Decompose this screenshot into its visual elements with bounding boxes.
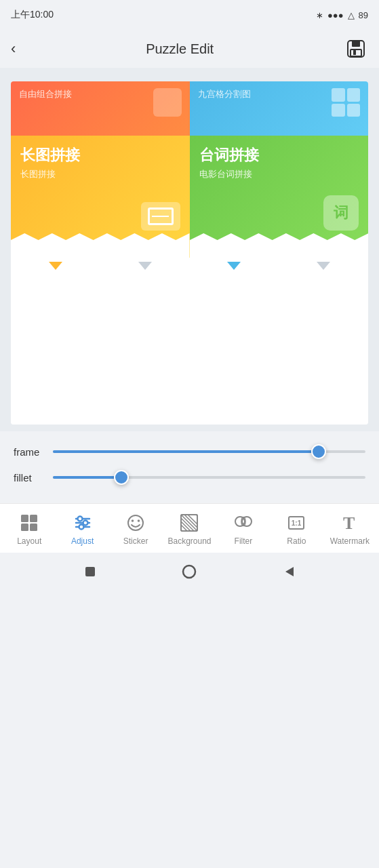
toolbar-item-sticker[interactable]: Sticker [115,512,157,547]
puzzle-row-bottom: 长图拼接 长图拼接 台词拼接 电影台词拼接 [11,136,368,258]
arrow-cell-4 [279,262,368,270]
frame-track-fill [53,450,319,453]
toolbar-item-background[interactable]: Background [167,512,211,547]
card-green-icon: 词 [323,195,359,231]
puzzle-row-top: 自由组合拼接 九宫格分割图 [11,81,368,136]
background-label: Background [167,536,211,547]
svg-marker-5 [190,233,369,258]
arrow-blue [227,262,241,270]
status-time: 上午10:00 [11,9,54,21]
card-yellow-sub-label: 长图拼接 [11,168,190,180]
orange-icon [153,88,182,117]
card-top-left[interactable]: 自由组合拼接 [11,81,190,136]
svg-point-17 [132,519,134,522]
bluetooth-icon: ∗ [316,10,323,20]
card-yellow-main-label: 长图拼接 [11,136,190,168]
background-icon [178,512,200,534]
save-icon [346,39,366,59]
arrow-cell-1 [11,262,100,270]
system-nav [0,553,379,591]
svg-marker-4 [11,233,190,258]
svg-point-15 [79,525,83,530]
layout-icon [18,512,40,534]
card-top-right[interactable]: 九宫格分割图 [190,81,369,136]
svg-text:1:1: 1:1 [292,519,302,527]
puzzle-container: 自由组合拼接 九宫格分割图 长图拼接 长图拼接 [11,81,368,425]
svg-rect-9 [30,524,37,531]
green-zigzag [190,233,369,258]
arrow-orange [49,262,62,270]
toolbar-item-layout[interactable]: Layout [8,512,50,547]
card-bottom-left[interactable]: 长图拼接 长图拼接 [11,136,190,258]
filter-icon [233,512,254,534]
grid-cell-4 [347,104,361,117]
battery-icon: 89 [359,10,368,20]
arrow-cell-3 [190,262,279,270]
save-button[interactable] [344,37,368,61]
frame-slider-row: frame [14,445,365,458]
adjust-icon [72,512,94,534]
sliders-section: frame fillet [0,431,379,503]
frame-thumb[interactable] [311,444,326,459]
svg-rect-33 [85,567,95,576]
svg-point-28 [242,517,252,526]
filter-label: Filter [235,536,253,547]
signal-icon: ●●● [327,10,344,20]
svg-rect-1 [352,41,360,47]
back-nav-button[interactable] [280,563,298,580]
grid-cell-3 [332,104,345,117]
rect-icon-box [141,202,180,231]
header: ‹ Puzzle Edit [0,30,379,68]
ratio-icon: 1:1 [285,512,307,534]
watermark-icon: T [339,512,361,534]
rect-icon-inner [148,208,174,225]
watermark-label: Watermark [330,536,370,547]
fillet-thumb[interactable] [114,470,129,485]
svg-point-13 [83,521,87,526]
word-icon-box: 词 [323,195,359,231]
arrow-row [11,258,368,275]
fillet-label: fillet [14,472,42,484]
card-bottom-right[interactable]: 台词拼接 电影台词拼接 词 [190,136,369,258]
grid-cell-1 [332,88,345,102]
svg-point-34 [183,566,195,578]
arrow-gray-1 [138,262,152,270]
status-icons: ∗ ●●● △ 89 [316,10,368,20]
card-green-sub-label: 电影台词拼接 [190,168,369,180]
back-button[interactable]: ‹ [11,40,16,58]
page-title: Puzzle Edit [146,41,214,57]
yellow-zigzag [11,233,190,258]
canvas-area: 自由组合拼接 九宫格分割图 长图拼接 长图拼接 [0,68,379,431]
circle-icon [181,564,197,580]
svg-rect-8 [21,524,28,531]
empty-canvas-area [11,275,368,425]
sticker-label: Sticker [123,536,148,547]
recent-apps-button[interactable] [81,563,99,580]
svg-point-11 [77,517,82,521]
card-yellow-icon [141,202,180,231]
svg-rect-7 [30,515,37,522]
card-green-main-label: 台词拼接 [190,136,369,168]
toolbar-item-adjust[interactable]: Adjust [62,512,104,547]
blue-grid-icon [332,88,360,117]
svg-line-23 [181,518,194,531]
sticker-icon [125,512,146,534]
frame-slider[interactable] [53,445,365,458]
layout-label: Layout [17,536,41,547]
home-button[interactable] [180,563,198,580]
fillet-track-fill [53,476,121,479]
back-triangle-icon [281,564,296,579]
svg-marker-35 [285,567,294,576]
fillet-slider[interactable] [53,471,365,484]
square-icon [83,564,98,579]
arrow-cell-2 [100,262,190,270]
toolbar-item-filter[interactable]: Filter [222,512,264,547]
status-bar: 上午10:00 ∗ ●●● △ 89 [0,0,379,30]
svg-rect-6 [21,515,28,522]
svg-line-20 [181,515,197,531]
grid-cell-2 [347,88,361,102]
toolbar-item-watermark[interactable]: T Watermark [329,512,371,547]
adjust-label: Adjust [71,536,94,547]
svg-point-16 [128,515,143,530]
toolbar-item-ratio[interactable]: 1:1 Ratio [275,512,317,547]
